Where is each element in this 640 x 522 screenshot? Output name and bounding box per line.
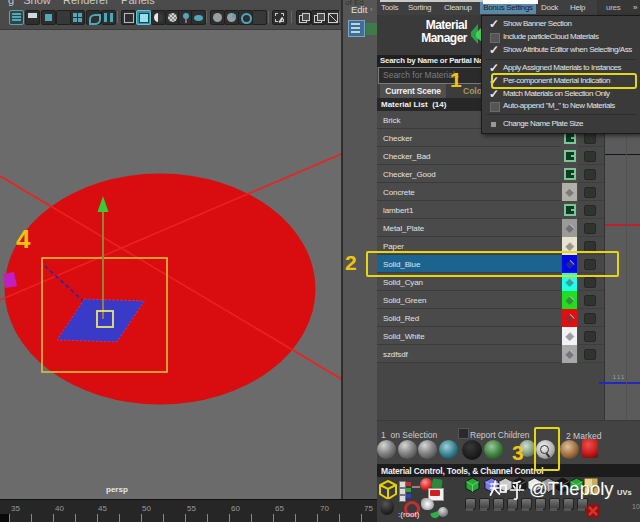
svg-text:persp: persp	[106, 485, 128, 494]
svg-text:4: 4	[16, 224, 31, 254]
